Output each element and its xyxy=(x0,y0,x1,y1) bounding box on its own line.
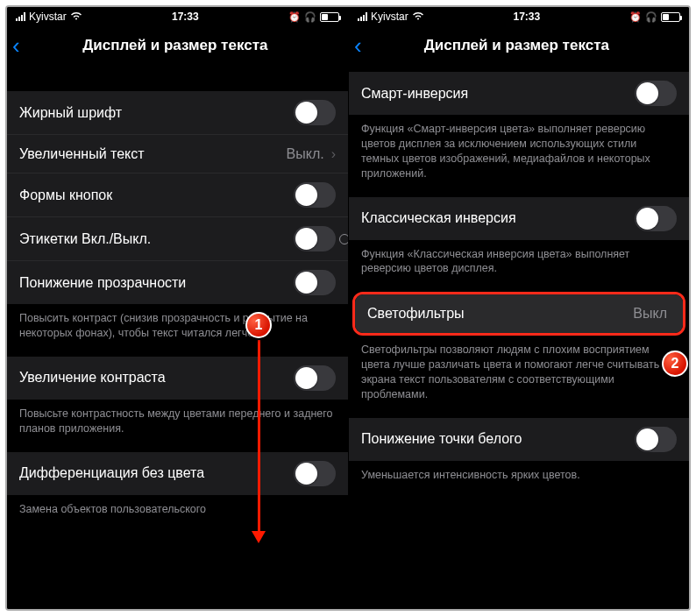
toggle-bold-text[interactable] xyxy=(294,100,336,125)
status-bar: Kyivstar 17:33 ⏰ 🎧 xyxy=(7,7,348,26)
marker-1: 1 xyxy=(245,312,272,338)
content-right[interactable]: Смарт-инверсия Функция «Смарт-инверсия ц… xyxy=(349,65,689,609)
carrier-label: Kyivstar xyxy=(29,11,67,23)
label-diff-without-color: Дифференциация без цвета xyxy=(19,465,294,481)
screenshot-frame: Kyivstar 17:33 ⏰ 🎧 ‹ Дисплей и размер те… xyxy=(5,5,691,611)
footer-increase-contrast: Повысьте контрастность между цветами пер… xyxy=(7,400,348,440)
footer-color-filters: Светофильтры позволяют людям с плохим во… xyxy=(349,336,689,406)
label-on-off-labels: Этикетки Вкл./Выкл. xyxy=(19,231,294,247)
nav-title: Дисплей и размер текста xyxy=(8,37,343,54)
headphones-icon: 🎧 xyxy=(304,11,316,23)
nav-title: Дисплей и размер текста xyxy=(350,37,684,54)
toggle-classic-invert[interactable] xyxy=(635,206,677,231)
status-time: 17:33 xyxy=(172,11,199,23)
toggle-reduce-white-point[interactable] xyxy=(635,427,677,452)
toggle-reduce-transparency[interactable] xyxy=(294,270,336,295)
row-larger-text[interactable]: Увеличенный текст Выкл. › xyxy=(7,135,348,173)
label-color-filters: Светофильтры xyxy=(367,306,633,322)
footer-reduce-transparency: Повысить контраст (снизив прозрачность и… xyxy=(7,304,348,344)
value-color-filters: Выкл xyxy=(633,306,667,322)
nav-bar: ‹ Дисплей и размер текста xyxy=(349,26,689,65)
highlight-color-filters: Светофильтры Выкл xyxy=(352,292,685,336)
label-button-shapes: Формы кнопок xyxy=(19,188,294,203)
toggle-on-off-labels[interactable] xyxy=(294,226,336,251)
row-button-shapes[interactable]: Формы кнопок xyxy=(7,173,348,217)
status-bar: Kyivstar 17:33 ⏰ 🎧 xyxy=(349,7,689,26)
battery-icon xyxy=(661,12,680,22)
row-diff-without-color[interactable]: Дифференциация без цвета xyxy=(7,452,348,495)
marker-2: 2 xyxy=(662,350,688,377)
row-on-off-labels[interactable]: Этикетки Вкл./Выкл. xyxy=(7,217,348,261)
alarm-icon: ⏰ xyxy=(288,11,301,23)
label-classic-invert: Классическая инверсия xyxy=(361,210,635,226)
toggle-increase-contrast[interactable] xyxy=(294,365,336,391)
footer-reduce-white-point: Уменьшается интенсивность ярких цветов. xyxy=(349,461,689,486)
status-right: ⏰ 🎧 xyxy=(629,11,680,23)
label-reduce-transparency: Понижение прозрачности xyxy=(19,275,294,291)
row-bold-text[interactable]: Жирный шрифт xyxy=(7,91,348,135)
footer-classic-invert: Функция «Классическая инверсия цвета» вы… xyxy=(349,240,689,280)
content-left[interactable]: Жирный шрифт Увеличенный текст Выкл. › Ф… xyxy=(7,65,348,609)
nav-bar: ‹ Дисплей и размер текста xyxy=(7,26,348,65)
signal-icon xyxy=(358,12,367,21)
row-reduce-transparency[interactable]: Понижение прозрачности xyxy=(7,261,348,304)
signal-icon xyxy=(16,12,25,21)
row-color-filters[interactable]: Светофильтры Выкл xyxy=(355,294,683,333)
status-right: ⏰ 🎧 xyxy=(288,11,339,23)
toggle-smart-invert[interactable] xyxy=(635,81,677,106)
status-left: Kyivstar xyxy=(16,11,82,23)
label-reduce-white-point: Понижение точки белого xyxy=(361,431,635,447)
status-left: Kyivstar xyxy=(358,11,424,23)
wifi-icon xyxy=(412,11,424,22)
row-increase-contrast[interactable]: Увеличение контраста xyxy=(7,357,348,400)
chevron-right-icon: › xyxy=(331,146,336,162)
alarm-icon: ⏰ xyxy=(629,11,642,23)
battery-icon xyxy=(320,12,339,22)
footer-smart-invert: Функция «Смарт-инверсия цвета» выполняет… xyxy=(349,115,689,185)
arrow-head-icon xyxy=(252,531,266,543)
label-increase-contrast: Увеличение контраста xyxy=(19,370,294,386)
arrow-line xyxy=(258,340,260,533)
footer-diff-without-color: Замена объектов пользовательского xyxy=(7,495,348,520)
toggle-diff-without-color[interactable] xyxy=(294,461,336,486)
carrier-label: Kyivstar xyxy=(371,11,408,23)
row-reduce-white-point[interactable]: Понижение точки белого xyxy=(349,418,689,461)
phone-left: Kyivstar 17:33 ⏰ 🎧 ‹ Дисплей и размер те… xyxy=(7,7,348,609)
row-smart-invert[interactable]: Смарт-инверсия xyxy=(349,72,689,115)
label-bold-text: Жирный шрифт xyxy=(19,105,294,121)
row-classic-invert[interactable]: Классическая инверсия xyxy=(349,197,689,240)
phone-right: Kyivstar 17:33 ⏰ 🎧 ‹ Дисплей и размер те… xyxy=(348,7,689,609)
value-larger-text: Выкл. xyxy=(287,146,324,162)
status-time: 17:33 xyxy=(513,11,540,23)
headphones-icon: 🎧 xyxy=(645,11,657,23)
label-larger-text: Увеличенный текст xyxy=(19,146,287,162)
label-smart-invert: Смарт-инверсия xyxy=(361,86,635,102)
wifi-icon xyxy=(70,11,82,22)
toggle-button-shapes[interactable] xyxy=(294,182,336,208)
